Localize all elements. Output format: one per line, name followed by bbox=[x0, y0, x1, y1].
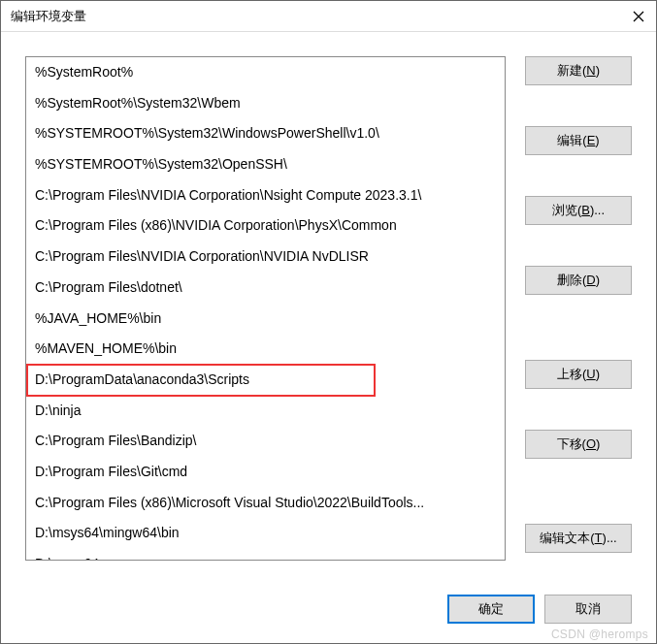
cancel-button[interactable]: 取消 bbox=[544, 595, 632, 624]
movedown-button[interactable]: 下移(O) bbox=[525, 430, 632, 459]
list-item[interactable]: %SYSTEMROOT%\System32\OpenSSH\ bbox=[26, 149, 505, 180]
list-item[interactable]: C:\Program Files (x86)\NVIDIA Corporatio… bbox=[26, 210, 505, 242]
edittext-button[interactable]: 编辑文本(T)... bbox=[525, 524, 632, 553]
titlebar: 编辑环境变量 bbox=[1, 1, 656, 32]
btn-label: 编辑(E) bbox=[557, 133, 599, 147]
content-area: %SystemRoot%%SystemRoot%\System32\Wbem%S… bbox=[1, 32, 656, 575]
btn-label: 上移(U) bbox=[557, 367, 600, 381]
list-item[interactable]: C:\Program Files\NVIDIA Corporation\NVID… bbox=[26, 242, 505, 273]
window: 编辑环境变量 %SystemRoot%%SystemRoot%\System32… bbox=[0, 0, 657, 644]
bottom-buttons: 确定 取消 bbox=[447, 595, 632, 624]
list-item[interactable]: D:\msys64 bbox=[26, 549, 505, 560]
browse-button[interactable]: 浏览(B)... bbox=[525, 196, 632, 225]
ok-button[interactable]: 确定 bbox=[447, 595, 535, 624]
list-item[interactable]: C:\Program Files\NVIDIA Corporation\Nsig… bbox=[26, 180, 505, 211]
delete-button[interactable]: 删除(D) bbox=[525, 266, 632, 295]
btn-label: 浏览(B)... bbox=[552, 203, 605, 217]
list-item[interactable]: %SYSTEMROOT%\System32\WindowsPowerShell\… bbox=[26, 118, 505, 149]
moveup-button[interactable]: 上移(U) bbox=[525, 360, 632, 389]
close-icon[interactable] bbox=[631, 9, 646, 24]
window-title: 编辑环境变量 bbox=[11, 8, 631, 25]
btn-label: 新建(N) bbox=[557, 63, 600, 78]
btn-label: 删除(D) bbox=[557, 273, 600, 287]
watermark: CSDN @heromps bbox=[551, 628, 648, 641]
edit-button[interactable]: 编辑(E) bbox=[525, 126, 632, 155]
list-item[interactable]: C:\Program Files\dotnet\ bbox=[26, 273, 505, 304]
list-item[interactable]: D:\ProgramData\anaconda3\Scripts bbox=[26, 365, 505, 396]
list-item[interactable]: D:\msys64\mingw64\bin bbox=[26, 518, 505, 549]
path-listbox-wrap: %SystemRoot%%SystemRoot%\System32\Wbem%S… bbox=[25, 56, 506, 561]
list-item[interactable]: D:\ninja bbox=[26, 396, 505, 427]
list-item[interactable]: C:\Program Files\Bandizip\ bbox=[26, 426, 505, 457]
list-item[interactable]: D:\Program Files\Git\cmd bbox=[26, 457, 505, 488]
btn-label: 下移(O) bbox=[557, 436, 601, 451]
path-listbox[interactable]: %SystemRoot%%SystemRoot%\System32\Wbem%S… bbox=[26, 57, 505, 560]
list-item[interactable]: C:\Program Files (x86)\Microsoft Visual … bbox=[26, 488, 505, 519]
list-item[interactable]: %JAVA_HOME%\bin bbox=[26, 304, 505, 335]
btn-label: 编辑文本(T)... bbox=[540, 531, 616, 545]
side-buttons: 新建(N) 编辑(E) 浏览(B)... 删除(D) 上移(U) 下移(O) 编… bbox=[525, 56, 632, 565]
list-item[interactable]: %SystemRoot%\System32\Wbem bbox=[26, 88, 505, 119]
new-button[interactable]: 新建(N) bbox=[525, 56, 632, 85]
list-item[interactable]: %MAVEN_HOME%\bin bbox=[26, 334, 505, 365]
list-item[interactable]: %SystemRoot% bbox=[26, 57, 505, 88]
